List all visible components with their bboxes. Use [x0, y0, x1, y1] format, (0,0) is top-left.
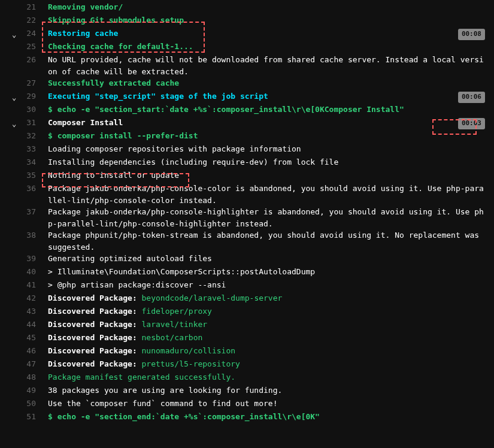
line-number[interactable]: 37	[0, 206, 42, 218]
log-text: Executing "step_script" stage of the job…	[48, 92, 268, 101]
line-content: Composer Install	[42, 117, 494, 129]
log-text: Package phpunit/php-token-stream is aban…	[48, 231, 479, 252]
log-text: > Illuminate\Foundation\ComposerScripts:…	[48, 267, 315, 276]
log-text: Use the `composer fund` command to find …	[48, 399, 278, 408]
line-number[interactable]: 25	[0, 41, 42, 53]
log-line: 25Checking cache for default-1...	[0, 41, 494, 54]
line-number[interactable]: 34	[0, 156, 42, 168]
log-text: nunomaduro/collision	[142, 346, 236, 355]
line-content: Discovered Package: beyondcode/laravel-d…	[42, 292, 494, 304]
line-number[interactable]: 30	[0, 104, 42, 116]
duration-badge: 00:06	[458, 92, 485, 103]
line-number[interactable]: 22	[0, 14, 42, 26]
log-text: Nothing to install or update	[48, 171, 179, 180]
log-line: 34Installing dependencies (including req…	[0, 156, 494, 169]
line-number[interactable]: 48	[0, 371, 42, 383]
line-content: Discovered Package: prettus/l5-repositor…	[42, 358, 494, 370]
log-line: 35Nothing to install or update	[0, 169, 494, 183]
log-line: 33Loading composer repositories with pac…	[0, 143, 494, 156]
line-number[interactable]: 40	[0, 266, 42, 278]
log-line: 48Package manifest generated successfull…	[0, 371, 494, 385]
log-text: laravel/tinker	[142, 320, 208, 329]
log-text: No URL provided, cache will not be downl…	[48, 55, 484, 76]
line-content: $ echo -e "section_end:`date +%s`:compos…	[42, 411, 494, 423]
chevron-down-icon[interactable]: ⌄	[12, 29, 16, 40]
line-content: Executing "step_script" stage of the job…	[42, 90, 494, 102]
log-text: > @php artisan package:discover --ansi	[48, 280, 226, 289]
line-content: Skipping Git submodules setup	[42, 14, 494, 26]
log-line: 50Use the `composer fund` command to fin…	[0, 398, 494, 411]
log-text: $ echo -e "section_start:`date +%s`:comp…	[48, 105, 404, 114]
log-text: Loading composer repositories with packa…	[48, 144, 301, 153]
line-number[interactable]: 35	[0, 169, 42, 181]
log-text: Generating optimized autoload files	[48, 254, 212, 263]
line-content: Generating optimized autoload files	[42, 253, 494, 265]
log-text: Composer Install	[48, 118, 123, 127]
line-content: Installing dependencies (including requi…	[42, 156, 494, 168]
log-text: Discovered Package:	[48, 333, 142, 342]
line-number[interactable]: 46	[0, 345, 42, 357]
line-content: Package jakub-onderka/php-console-color …	[42, 183, 494, 206]
log-text: Discovered Package:	[48, 359, 142, 368]
line-number[interactable]: 39	[0, 253, 42, 265]
log-text: prettus/l5-repository	[142, 359, 240, 368]
log-line: 21Removing vendor/	[0, 1, 494, 14]
line-number[interactable]: 49	[0, 385, 42, 396]
log-line: ⌄29Executing "step_script" stage of the …	[0, 90, 494, 104]
log-line: 47Discovered Package: prettus/l5-reposit…	[0, 358, 494, 371]
log-line: 4938 packages you are using are looking …	[0, 385, 494, 398]
line-content: Successfully extracted cache	[42, 77, 494, 89]
line-number[interactable]: 43	[0, 305, 42, 317]
line-number[interactable]: 26	[0, 54, 42, 66]
line-content: > @php artisan package:discover --ansi	[42, 279, 494, 291]
log-line: 36Package jakub-onderka/php-console-colo…	[0, 183, 494, 206]
line-number[interactable]: 21	[0, 1, 42, 13]
line-number[interactable]: 38	[0, 229, 42, 241]
chevron-down-icon[interactable]: ⌄	[12, 119, 16, 129]
line-content: Discovered Package: nunomaduro/collision	[42, 345, 494, 357]
line-number[interactable]: 31	[0, 117, 42, 129]
log-text: Installing dependencies (including requi…	[48, 158, 338, 167]
log-line: ⌄31Composer Install00:03	[0, 117, 494, 130]
line-content: Discovered Package: nesbot/carbon	[42, 332, 494, 344]
log-text: Discovered Package:	[48, 346, 142, 355]
log-text: Skipping Git submodules setup	[48, 16, 184, 25]
line-content: Nothing to install or update	[42, 169, 494, 181]
line-number[interactable]: 51	[0, 411, 42, 423]
line-number[interactable]: 47	[0, 358, 42, 370]
line-number[interactable]: 41	[0, 279, 42, 291]
log-text: Package jakub-onderka/php-console-color …	[48, 184, 484, 205]
line-content: $ echo -e "section_start:`date +%s`:comp…	[42, 104, 494, 116]
log-text: Discovered Package:	[48, 307, 142, 316]
log-text: $ echo -e "section_end:`date +%s`:compos…	[48, 412, 320, 421]
line-content: Loading composer repositories with packa…	[42, 143, 494, 155]
log-output: 21Removing vendor/22Skipping Git submodu…	[0, 1, 494, 424]
log-line: 42Discovered Package: beyondcode/laravel…	[0, 292, 494, 305]
log-text: Successfully extracted cache	[48, 78, 179, 87]
line-number[interactable]: 32	[0, 130, 42, 142]
log-line: 43Discovered Package: fideloper/proxy	[0, 305, 494, 319]
log-text: Package manifest generated successfully.	[48, 373, 235, 382]
line-number[interactable]: 27	[0, 77, 42, 89]
line-number[interactable]: 36	[0, 183, 42, 195]
line-number[interactable]: 42	[0, 292, 42, 304]
line-number[interactable]: 33	[0, 143, 42, 155]
line-content: No URL provided, cache will not be downl…	[42, 54, 494, 77]
chevron-down-icon[interactable]: ⌄	[12, 92, 16, 103]
log-text: Checking cache for default-1...	[48, 42, 193, 51]
log-line: 26No URL provided, cache will not be dow…	[0, 54, 494, 77]
log-line: 40> Illuminate\Foundation\ComposerScript…	[0, 266, 494, 279]
log-line: 46Discovered Package: nunomaduro/collisi…	[0, 345, 494, 358]
log-line: 22Skipping Git submodules setup	[0, 14, 494, 28]
log-text: Restoring cache	[48, 29, 118, 38]
line-number[interactable]: 50	[0, 398, 42, 410]
log-line: 27Successfully extracted cache	[0, 77, 494, 90]
line-number[interactable]: 24	[0, 28, 42, 40]
line-number[interactable]: 44	[0, 319, 42, 331]
line-number[interactable]: 29	[0, 90, 42, 102]
line-content: Package phpunit/php-token-stream is aban…	[42, 229, 494, 253]
line-number[interactable]: 45	[0, 332, 42, 344]
line-content: Removing vendor/	[42, 1, 494, 13]
log-line: 45Discovered Package: nesbot/carbon	[0, 332, 494, 345]
log-line: 37Package jakub-onderka/php-console-high…	[0, 206, 494, 229]
